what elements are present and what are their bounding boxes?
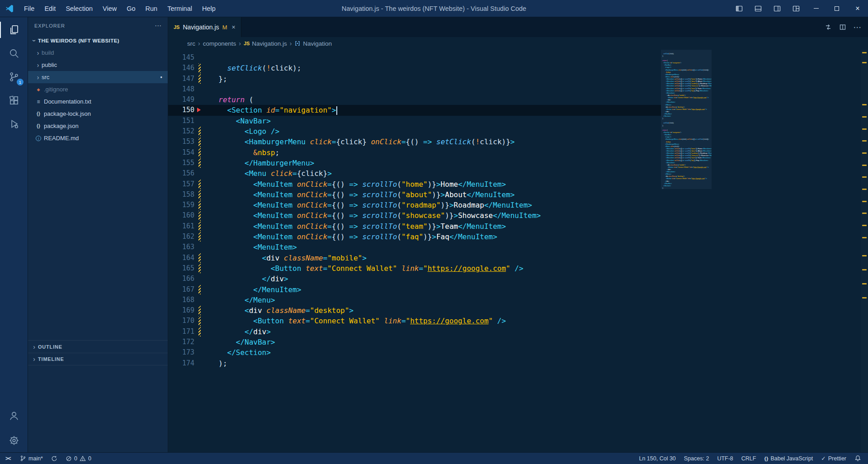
git-modified-gutter-mark[interactable] [196,263,203,274]
more-actions-icon[interactable]: ⋯ [851,21,863,33]
code-line[interactable]: 170 <Button text="Connect Wallet" link="… [168,316,661,326]
sync-changes-item[interactable] [47,453,61,464]
tab-navigation-js[interactable]: JS Navigation.js M × [168,17,241,37]
line-number[interactable]: 156 [168,168,194,179]
line-number[interactable]: 145 [168,52,194,63]
line-number[interactable]: 154 [168,147,194,158]
line-number[interactable]: 169 [168,305,194,316]
line-number[interactable]: 164 [168,253,194,263]
open-changes-icon[interactable] [822,21,835,33]
git-modified-gutter-mark[interactable] [196,137,203,147]
breadcrumb-file[interactable]: JS Navigation.js [244,40,287,47]
code-line[interactable]: 159 <MenuItem onClick={() => scrollTo("r… [168,200,661,210]
line-number[interactable]: 172 [168,337,194,347]
code-line[interactable]: 160 <MenuItem onClick={() => scrollTo("s… [168,210,661,221]
line-number[interactable]: 167 [168,284,194,295]
gutter[interactable] [196,358,203,369]
code-line[interactable]: 155 </HamburgerMenu> [168,158,661,168]
code-lines[interactable]: 145146 setClick(!click);147 };148149 ret… [168,50,661,452]
git-modified-gutter-mark[interactable] [196,179,203,189]
minimize-button[interactable] [806,0,826,17]
toggle-secondary-sidebar-icon[interactable] [768,0,787,17]
line-number[interactable]: 152 [168,126,194,137]
code-line[interactable]: 158 <MenuItem onClick={() => scrollTo("a… [168,189,661,200]
git-modified-gutter-mark[interactable] [196,253,203,263]
breadcrumb-symbol[interactable]: Navigation [294,40,332,47]
line-number[interactable]: 157 [168,179,194,189]
explorer-more-actions-icon[interactable]: ⋯ [155,22,161,30]
gutter[interactable] [196,116,203,126]
tree-item-.gitignore[interactable]: ◆.gitignore [28,83,168,95]
code-line[interactable]: 154 &nbsp; [168,147,661,158]
encoding-item[interactable]: UTF-8 [713,453,737,464]
problems-item[interactable]: 0 0 [61,453,95,464]
code-line[interactable]: 164 <div className="mobile"> [168,253,661,263]
menubar-item-file[interactable]: File [19,0,39,17]
code-line[interactable]: 161 <MenuItem onClick={() => scrollTo("t… [168,221,661,232]
tree-item-build[interactable]: ›build [28,47,168,59]
git-modified-gutter-mark[interactable] [196,316,203,326]
git-modified-gutter-mark[interactable] [196,200,203,210]
tree-item-public[interactable]: ›public [28,59,168,71]
gutter[interactable] [196,274,203,284]
code-line[interactable]: 152 <Logo /> [168,126,661,137]
gutter[interactable] [196,95,203,105]
gutter[interactable] [196,84,203,95]
code-line[interactable]: 174 ); [168,358,661,369]
cursor-position-item[interactable]: Ln 150, Col 30 [635,453,679,464]
extensions-icon[interactable] [0,89,28,112]
git-modified-gutter-mark[interactable] [196,126,203,137]
git-modified-gutter-mark[interactable] [196,189,203,200]
eol-item[interactable]: CRLF [737,453,760,464]
line-number[interactable]: 147 [168,74,194,84]
customize-layout-icon[interactable] [787,0,806,17]
code-line[interactable]: 148 [168,84,661,95]
git-modified-gutter-mark[interactable] [196,232,203,242]
tree-item-Documentation.txt[interactable]: ≡Documentation.txt [28,95,168,108]
code-line[interactable]: 150 <Section id="navigation"> [168,105,661,115]
gutter[interactable] [196,52,203,63]
line-number[interactable]: 155 [168,158,194,168]
outline-section[interactable]: › OUTLINE [28,340,168,353]
menubar-item-selection[interactable]: Selection [61,0,98,17]
code-line[interactable]: 149 return ( [168,95,661,105]
line-number[interactable]: 174 [168,358,194,369]
code-line[interactable]: 169 <div className="desktop"> [168,305,661,316]
tree-item-package.json[interactable]: {}package.json [28,120,168,132]
menubar-item-terminal[interactable]: Terminal [162,0,197,17]
git-modified-gutter-mark[interactable] [196,221,203,232]
line-number[interactable]: 170 [168,316,194,326]
line-number[interactable]: 158 [168,189,194,200]
line-number[interactable]: 160 [168,210,194,221]
gutter[interactable] [196,337,203,347]
formatter-item[interactable]: ✓ Prettier [817,453,850,464]
language-mode-item[interactable]: {} Babel JavaScript [760,453,817,464]
code-line[interactable]: 153 <HamburgerMenu click={click} onClick… [168,137,661,147]
gutter[interactable] [196,168,203,179]
git-modified-gutter-mark[interactable] [196,74,203,84]
toggle-panel-icon[interactable] [749,0,768,17]
line-number[interactable]: 149 [168,95,194,105]
line-number[interactable]: 159 [168,200,194,210]
timeline-section[interactable]: › TIMELINE [28,353,168,365]
line-number[interactable]: 163 [168,242,194,252]
line-number[interactable]: 161 [168,221,194,232]
git-modified-gutter-mark[interactable] [196,284,203,295]
menubar-item-help[interactable]: Help [197,0,221,17]
git-modified-gutter-mark[interactable] [196,147,203,158]
code-line[interactable]: 165 <Button text="Connect Wallet" link="… [168,263,661,274]
code-line[interactable]: 173 </Section> [168,347,661,358]
git-modified-gutter-mark[interactable] [196,327,203,337]
indentation-item[interactable]: Spaces: 2 [680,453,713,464]
code-line[interactable]: 157 <MenuItem onClick={() => scrollTo("h… [168,179,661,189]
code-line[interactable]: 146 setClick(!click); [168,63,661,73]
code-line[interactable]: 166 </div> [168,274,661,284]
toggle-primary-sidebar-icon[interactable] [730,0,749,17]
tree-item-README.md[interactable]: iREADME.md [28,132,168,144]
run-and-debug-icon[interactable] [0,112,28,136]
maximize-button[interactable] [826,0,847,17]
menubar-item-run[interactable]: Run [141,0,163,17]
code-line[interactable]: 168 </Menu> [168,295,661,305]
line-number[interactable]: 146 [168,63,194,73]
line-number[interactable]: 168 [168,295,194,305]
